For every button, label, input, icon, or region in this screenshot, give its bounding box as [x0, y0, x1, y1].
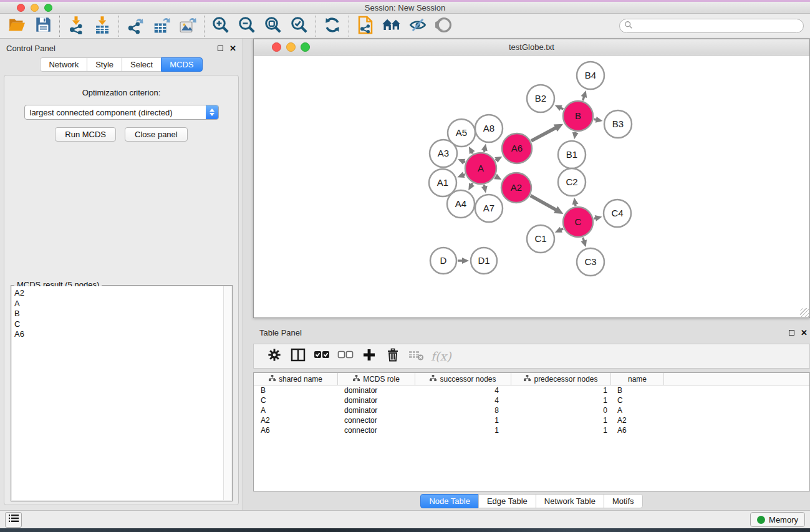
- column-header-predecessor-nodes[interactable]: predecessor nodes: [511, 373, 611, 385]
- table-row[interactable]: Bdominator41B: [254, 385, 809, 395]
- open-session-button[interactable]: [4, 16, 30, 37]
- tab-mcds[interactable]: MCDS: [161, 57, 202, 72]
- graph-edge-A-A8[interactable]: [481, 143, 488, 152]
- zoom-fit-button[interactable]: [260, 16, 286, 37]
- graph-node-B4[interactable]: B4: [577, 62, 604, 89]
- graph-edge-B-B3[interactable]: [594, 117, 602, 123]
- graph-edge-C-C4[interactable]: [594, 215, 602, 221]
- graph-node-A4[interactable]: A4: [447, 190, 475, 218]
- graph-node-B3[interactable]: B3: [604, 110, 632, 138]
- graph-edge-D-D1[interactable]: [458, 258, 469, 264]
- close-panel-button[interactable]: Close panel: [125, 127, 188, 142]
- graph-edge-A-A6[interactable]: [494, 157, 502, 163]
- graph-edge-A-A3[interactable]: [458, 159, 465, 165]
- export-image-button[interactable]: [175, 16, 201, 37]
- criterion-dropdown[interactable]: largest connected component (directed): [24, 105, 219, 120]
- graph-edge-C-C2[interactable]: [572, 198, 579, 206]
- zoom-out-button[interactable]: [234, 16, 260, 37]
- graph-edge-A-A4[interactable]: [468, 183, 475, 190]
- graph-node-C2[interactable]: C2: [558, 168, 586, 196]
- result-item[interactable]: A2: [14, 288, 231, 299]
- network-canvas[interactable]: B4B2BB3A8A5A6A3B1AC2A1A2A4A7C4CC1DD1C3: [254, 56, 809, 317]
- show-details-button[interactable]: [431, 16, 457, 37]
- table-settings-button[interactable]: [263, 346, 286, 367]
- table-row[interactable]: Cdominator41C: [254, 395, 809, 405]
- run-mcds-button[interactable]: Run MCDS: [55, 127, 116, 142]
- tab-style[interactable]: Style: [87, 57, 122, 72]
- graph-node-A2[interactable]: A2: [501, 173, 531, 203]
- apply-layout-button[interactable]: [319, 16, 345, 37]
- graph-edge-C-C1[interactable]: [555, 227, 563, 233]
- column-header-successor-nodes[interactable]: successor nodes: [415, 373, 511, 385]
- column-header-name[interactable]: name: [611, 373, 664, 385]
- close-panel-icon[interactable]: ✕: [229, 44, 236, 52]
- float-panel-icon[interactable]: [789, 330, 794, 336]
- table-row[interactable]: Adominator80A: [254, 405, 809, 415]
- result-item[interactable]: A: [14, 299, 231, 309]
- delete-table-button[interactable]: [405, 346, 428, 367]
- export-table-button[interactable]: [148, 16, 175, 37]
- delete-column-button[interactable]: [381, 346, 405, 367]
- tab-network[interactable]: Network: [40, 57, 87, 72]
- graph-edge-B-B2[interactable]: [555, 105, 564, 111]
- result-item[interactable]: C: [14, 319, 231, 330]
- tab-network-table[interactable]: Network Table: [536, 494, 604, 508]
- deselect-all-button[interactable]: [334, 346, 357, 367]
- select-all-button[interactable]: [310, 346, 334, 367]
- graph-node-B2[interactable]: B2: [527, 85, 554, 112]
- graph-node-C4[interactable]: C4: [604, 200, 631, 227]
- graph-edge-B-B4[interactable]: [581, 90, 587, 100]
- tab-node-table[interactable]: Node Table: [420, 494, 479, 508]
- resize-grip[interactable]: [800, 308, 809, 317]
- zoom-in-button[interactable]: [208, 16, 234, 37]
- float-panel-icon[interactable]: [218, 46, 223, 51]
- close-panel-icon[interactable]: ✕: [801, 329, 808, 337]
- network-graph[interactable]: B4B2BB3A8A5A6A3B1AC2A1A2A4A7C4CC1DD1C3: [254, 56, 809, 317]
- search-input[interactable]: [633, 21, 799, 31]
- save-session-button[interactable]: [30, 16, 56, 37]
- graph-node-A8[interactable]: A8: [475, 115, 503, 142]
- graph-edge-A-A1[interactable]: [457, 172, 465, 178]
- add-column-button[interactable]: [357, 346, 381, 367]
- graph-node-C1[interactable]: C1: [527, 225, 554, 253]
- graph-node-D[interactable]: D: [430, 248, 456, 274]
- import-network-button[interactable]: [63, 16, 89, 37]
- memory-button[interactable]: Memory: [750, 512, 805, 527]
- column-header-shared-name[interactable]: shared name: [254, 373, 338, 385]
- graph-node-B[interactable]: B: [563, 101, 593, 131]
- graph-edge-A-A5[interactable]: [469, 147, 475, 154]
- graph-node-A3[interactable]: A3: [430, 140, 457, 167]
- hide-details-button[interactable]: [405, 16, 431, 37]
- result-item[interactable]: A6: [14, 329, 231, 340]
- graph-node-D1[interactable]: D1: [471, 248, 497, 274]
- network-file-button[interactable]: [352, 16, 378, 37]
- graph-node-C3[interactable]: C3: [577, 248, 604, 276]
- tab-edge-table[interactable]: Edge Table: [478, 494, 536, 508]
- graph-edge-B-B1[interactable]: [572, 132, 579, 140]
- table-row[interactable]: A2connector11A2: [254, 415, 809, 425]
- graph-node-A[interactable]: A: [465, 153, 496, 184]
- column-header-mcds-role[interactable]: MCDS role: [338, 373, 415, 385]
- tab-motifs[interactable]: Motifs: [604, 494, 643, 508]
- graph-edge-A-A7[interactable]: [481, 185, 488, 193]
- result-item[interactable]: B: [14, 309, 231, 319]
- graph-edge-C-C3[interactable]: [581, 238, 587, 247]
- graph-node-C[interactable]: C: [563, 207, 593, 237]
- search-field[interactable]: [619, 19, 804, 33]
- graph-node-A7[interactable]: A7: [475, 195, 503, 222]
- result-list-scrollbar[interactable]: [223, 286, 231, 500]
- tab-select[interactable]: Select: [122, 57, 162, 72]
- graph-edge-A2-C[interactable]: [531, 196, 564, 214]
- import-table-button[interactable]: [89, 16, 115, 37]
- export-network-button[interactable]: [122, 16, 148, 37]
- function-builder-button[interactable]: f(x): [431, 349, 451, 363]
- graph-node-B1[interactable]: B1: [558, 141, 586, 168]
- table-row[interactable]: A6connector11A6: [254, 425, 809, 435]
- graph-node-A6[interactable]: A6: [502, 133, 532, 163]
- home-button[interactable]: [378, 16, 405, 37]
- task-history-button[interactable]: [5, 512, 22, 528]
- graph-edge-A6-B[interactable]: [531, 124, 563, 141]
- mcds-result-list[interactable]: A2ABCA6: [12, 286, 231, 500]
- zoom-selected-button[interactable]: [286, 16, 312, 37]
- column-selector-button[interactable]: [286, 346, 310, 367]
